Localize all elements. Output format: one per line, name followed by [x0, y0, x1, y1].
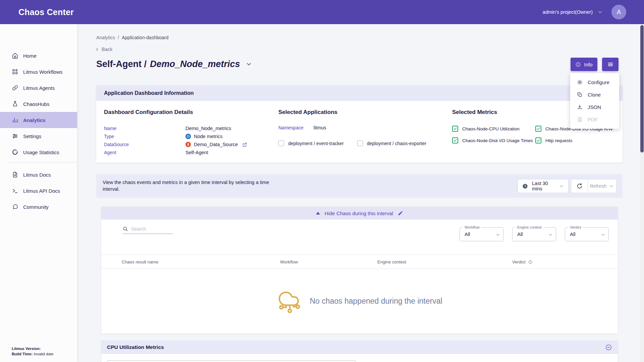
donut-icon — [12, 149, 18, 156]
config-row-datasource: DataSource Demo_Data_Source — [104, 140, 278, 148]
hamburger-icon — [607, 61, 614, 68]
breadcrumb-application-dashboard: Application-dashboard — [122, 35, 168, 40]
sidebar-item-litmus-api-docs[interactable]: Litmus API Docs — [0, 183, 77, 199]
refresh-interval-select[interactable]: Refresh — [588, 179, 616, 193]
flask-icon — [12, 101, 18, 107]
info-icon — [575, 62, 581, 67]
dashboard-info-title: Application Dashboard Information — [96, 85, 623, 101]
cloud-network-icon — [277, 288, 301, 315]
checkbox-chaos-exporter[interactable]: deployment / chaos-exporter — [357, 140, 426, 146]
litmus-version-label: Litmus Version: — [12, 347, 41, 351]
search-box — [122, 226, 173, 234]
engine-context-filter[interactable]: Engine context All — [512, 227, 556, 241]
column-verdict: Verdict — [512, 259, 533, 264]
chaos-interval-card: Hide Chaos during this interval Workflow… — [101, 207, 618, 334]
namespace-label: Namespace — [278, 125, 304, 130]
empty-message: No chaos happened during the interval — [310, 297, 442, 306]
chart-panel-partial — [106, 360, 356, 362]
metric-http-requests[interactable]: Http requests — [535, 137, 623, 143]
external-link-icon[interactable] — [242, 142, 247, 147]
sidebar-item-litmus-docs[interactable]: Litmus Docs — [0, 167, 77, 183]
page-scrollbar[interactable] — [640, 24, 644, 362]
config-title: Dashboard Configuration Details — [104, 109, 278, 116]
time-interval-band: View the chaos events and metrics in a g… — [96, 174, 623, 198]
info-button[interactable]: Info — [571, 58, 597, 71]
namespace-value: litmus — [314, 125, 326, 130]
checkbox-checked[interactable] — [535, 137, 541, 143]
chevron-down-icon — [597, 9, 603, 15]
chevron-down-icon — [609, 183, 614, 189]
sidebar-divider — [8, 162, 77, 163]
verdict-filter[interactable]: Verdict All — [565, 227, 609, 241]
sidebar-item-litmus-workflows[interactable]: Litmus Workflows — [0, 64, 77, 80]
menu-item-pdf[interactable]: PDF — [570, 113, 619, 126]
page-title: Self-Agent /Demo_Node_metrics — [96, 59, 240, 69]
breadcrumb: Analytics / Application-dashboard — [96, 35, 168, 40]
sidebar-item-community[interactable]: Community — [0, 199, 77, 215]
time-range-select[interactable]: Last 30 mins — [518, 179, 569, 193]
checkbox-unchecked[interactable] — [278, 140, 284, 146]
checkbox-checked[interactable] — [452, 126, 458, 132]
sidebar-item-settings[interactable]: Settings — [0, 128, 77, 144]
chevron-down-icon — [559, 183, 564, 189]
checkbox-checked[interactable] — [452, 137, 458, 143]
metric-cpu-utilization[interactable]: Chaos-Node-CPU Utilization — [452, 126, 535, 132]
refresh-now-button[interactable] — [571, 179, 588, 193]
project-selector[interactable]: admin's project(Owner) — [543, 9, 603, 15]
cpu-metrics-title: CPU Utilization Metrics — [107, 344, 164, 350]
sidebar-item-chaoshubs[interactable]: ChaosHubs — [0, 96, 77, 112]
breadcrumb-analytics[interactable]: Analytics — [96, 35, 115, 40]
search-icon — [122, 226, 128, 232]
checkbox-checked[interactable] — [535, 126, 541, 132]
hide-chaos-toggle[interactable]: Hide Chaos during this interval — [101, 207, 618, 220]
clock-icon — [522, 183, 528, 189]
info-circle-icon[interactable] — [528, 260, 533, 264]
triangle-up-icon — [316, 212, 320, 215]
link-icon — [12, 84, 18, 91]
file-icon — [577, 117, 583, 122]
copy-icon — [577, 92, 583, 98]
checkbox-unchecked[interactable] — [357, 140, 363, 146]
back-button[interactable]: Back — [95, 47, 112, 52]
sidebar-item-analytics[interactable]: Analytics — [0, 112, 77, 128]
collapse-minus-icon[interactable] — [605, 344, 612, 351]
chevron-down-icon — [600, 232, 606, 237]
metric-disk-io-times[interactable]: Chaos-Node-Disk I/O Usage Times — [452, 137, 535, 143]
chevron-down-icon — [495, 232, 500, 237]
chaos-table-header: Chaos result name Workflow Engine contex… — [101, 254, 618, 269]
sliders-icon — [12, 133, 18, 139]
prometheus-icon — [185, 142, 191, 147]
config-row-agent: Agent Self-Agent — [104, 148, 278, 157]
scrollbar-thumb[interactable] — [640, 25, 644, 153]
dashboard-menu-dropdown: Configure Clone JSON PDF — [570, 73, 619, 129]
chevron-down-icon — [548, 232, 553, 237]
avatar[interactable]: A — [611, 5, 626, 19]
empty-state: No chaos happened during the interval — [101, 269, 618, 334]
build-time-label: Build Time: — [12, 352, 33, 356]
column-workflow: Workflow — [280, 259, 298, 264]
title-chevron-down-icon[interactable] — [246, 61, 252, 67]
main-content: Analytics / Application-dashboard Back S… — [77, 24, 640, 362]
sidebar: Home Litmus Workflows Litmus Agents Chao… — [0, 24, 77, 362]
sidebar-item-litmus-agents[interactable]: Litmus Agents — [0, 80, 77, 96]
interval-description: View the chaos events and metrics in a g… — [103, 179, 279, 192]
config-row-name: Name Demo_Node_metrics — [104, 124, 278, 132]
document-icon — [12, 171, 18, 178]
menu-item-configure[interactable]: Configure — [570, 76, 619, 88]
dashboard-menu-button[interactable] — [602, 58, 619, 71]
column-chaos-result-name: Chaos result name — [122, 259, 158, 264]
refresh-icon — [576, 183, 583, 189]
sidebar-item-home[interactable]: Home — [0, 48, 77, 64]
workflows-icon — [12, 68, 18, 75]
sidebar-item-usage-statistics[interactable]: Usage Statistics — [0, 144, 77, 160]
workflow-filter[interactable]: Workflow All — [460, 227, 503, 241]
column-engine-context: Engine context — [377, 259, 406, 264]
checkbox-event-tracker[interactable]: deployment / event-tracker — [278, 140, 344, 146]
gear-icon — [577, 79, 583, 85]
project-selector-label: admin's project(Owner) — [543, 9, 593, 15]
menu-item-json[interactable]: JSON — [570, 101, 619, 113]
search-input[interactable] — [131, 226, 170, 232]
cpu-metrics-card: CPU Utilization Metrics — [101, 341, 618, 362]
pencil-icon[interactable] — [398, 210, 403, 216]
menu-item-clone[interactable]: Clone — [570, 88, 619, 101]
